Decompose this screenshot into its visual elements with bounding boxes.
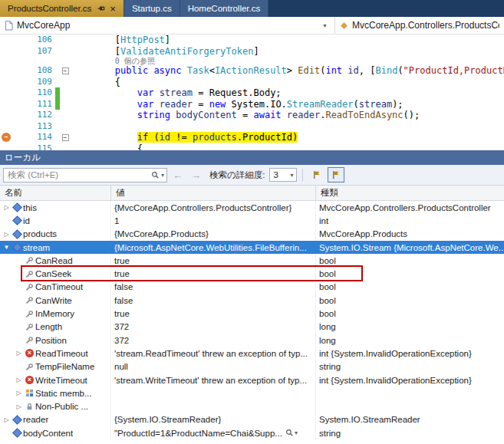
collapse-arrow-icon[interactable]: ▼ <box>2 244 12 251</box>
line-number: 115 <box>15 143 55 151</box>
field-icon <box>12 429 23 436</box>
column-header-type[interactable]: 種類 <box>316 186 504 200</box>
name-cell: InMemory <box>0 307 111 320</box>
expand-arrow-icon[interactable]: ▷ <box>2 204 12 211</box>
breakpoint-margin <box>0 121 15 133</box>
table-row[interactable]: bodyContent"ProductId=1&ProductName=Chai… <box>0 426 504 439</box>
table-row[interactable]: ▼stream{Microsoft.AspNetCore.WebUtilitie… <box>0 241 504 254</box>
locals-toolbar: ▾ ← → 検索の詳細度: 3 ▾ <box>0 165 504 186</box>
fold-margin <box>60 87 71 99</box>
value-cell <box>111 400 316 413</box>
next-result-icon[interactable]: → <box>188 169 204 181</box>
variable-name: Non-Public ... <box>35 402 88 411</box>
column-header-name[interactable]: 名前 <box>0 186 111 200</box>
type-cell: System.IO.Stream {Microsoft.AspNetCore.W… <box>316 241 504 254</box>
code-editor[interactable]: 106 [HttpPost]107 [ValidateAntiForgeryTo… <box>0 35 504 150</box>
tab-label: Startup.cs <box>132 4 172 13</box>
column-header-value[interactable]: 値 <box>111 186 316 200</box>
tab-label: ProductsController.cs <box>8 4 91 13</box>
value-cell: 372 <box>111 321 316 334</box>
breakpoint-margin <box>0 99 15 110</box>
table-row[interactable]: ▷Non-Public ... <box>0 400 504 413</box>
flag-button[interactable] <box>308 167 325 183</box>
table-row[interactable]: ▷this{MvcCoreApp.Controllers.ProductsCon… <box>0 201 504 214</box>
locals-rows: ▷this{MvcCoreApp.Controllers.ProductsCon… <box>0 201 504 444</box>
field-icon <box>12 231 23 238</box>
property-icon <box>24 256 35 265</box>
code-line: 111 var reader = new System.IO.StreamRea… <box>0 99 504 110</box>
table-row[interactable]: id1int <box>0 214 504 227</box>
name-cell: CanSeek <box>0 267 111 280</box>
value-cell: 'stream.WriteTimeout' threw an exception… <box>111 373 316 386</box>
previous-result-icon[interactable]: ← <box>170 169 186 181</box>
table-row[interactable]: ▷Static memb... <box>0 386 504 400</box>
search-dropdown-icon[interactable]: ▾ <box>161 172 164 179</box>
nonpublic-icon <box>24 403 35 411</box>
table-row[interactable]: TempFileNamenullstring <box>0 360 504 373</box>
variable-name: products <box>23 229 57 238</box>
expand-arrow-icon[interactable]: ▷ <box>2 416 12 423</box>
search-box[interactable]: ▾ <box>3 168 167 183</box>
expand-arrow-icon[interactable]: ▷ <box>14 377 24 383</box>
variable-name: Length <box>35 322 62 331</box>
code-line: 110 var stream = Request.Body; <box>0 87 504 99</box>
tab-homecontroller-cs[interactable]: HomeController.cs <box>180 0 269 17</box>
table-row[interactable]: CanTimeoutfalsebool <box>0 281 504 294</box>
expand-arrow-icon[interactable]: ▷ <box>14 350 24 357</box>
table-row[interactable]: Length372long <box>0 321 504 334</box>
property-icon <box>24 336 35 344</box>
fold-marker-icon[interactable]: − <box>60 65 71 77</box>
name-cell: ▷products <box>0 228 111 241</box>
tab-label: HomeController.cs <box>188 4 261 13</box>
table-row[interactable]: InMemorytruebool <box>0 307 504 320</box>
magnifier-icon[interactable] <box>285 429 294 437</box>
type-cell: string <box>316 360 504 373</box>
table-row[interactable]: ▷products{MvcCoreApp.Products}MvcCoreApp… <box>0 228 504 241</box>
close-icon[interactable]: × <box>110 4 116 14</box>
search-depth-select[interactable]: 3 ▾ <box>269 168 297 182</box>
table-row[interactable]: Position372long <box>0 334 504 347</box>
flag-toggled-button[interactable] <box>328 167 344 183</box>
search-input[interactable] <box>8 170 150 179</box>
vs-window: ProductsController.cs×Startup.csHomeCont… <box>0 0 504 444</box>
type-cell: int {System.InvalidOperationException} <box>316 347 504 360</box>
table-header: 名前値種類 <box>0 186 504 201</box>
expand-arrow-icon[interactable]: ▷ <box>2 231 12 238</box>
breakpoint-icon[interactable]: → <box>0 132 15 143</box>
type-cell: MvcCoreApp.Controllers.ProductsControlle… <box>316 201 504 214</box>
value-cell: {MvcCoreApp.Controllers.ProductsControll… <box>111 201 316 214</box>
pin-icon[interactable] <box>97 5 105 12</box>
table-row[interactable]: CanWritefalsebool <box>0 294 504 307</box>
tab-productscontroller-cs[interactable]: ProductsController.cs× <box>0 0 124 17</box>
value-cell: 1 <box>111 214 316 227</box>
project-dropdown[interactable]: MvcCoreApp ▼ <box>0 17 335 34</box>
error-icon <box>24 349 35 357</box>
code-text: [HttpPost] <box>71 35 170 46</box>
type-cell: bool <box>316 307 504 320</box>
name-cell: ▷ReadTimeout <box>0 347 111 360</box>
code-line: 113 <box>0 121 504 133</box>
property-icon <box>24 283 35 291</box>
field-icon <box>12 204 23 211</box>
code-text: 0 個の参照 <box>71 57 155 65</box>
breakpoint-margin <box>0 46 15 58</box>
expand-arrow-icon[interactable]: ▷ <box>14 390 24 396</box>
fold-margin <box>60 143 71 151</box>
table-row[interactable]: CanSeektruebool <box>0 267 504 280</box>
table-row[interactable]: ▷reader{System.IO.StreamReader}System.IO… <box>0 413 504 426</box>
table-row[interactable]: ▷WriteTimeout'stream.WriteTimeout' threw… <box>0 373 504 386</box>
code-line: 112 string bodyContent = await reader.Re… <box>0 110 504 121</box>
magnifier-dropdown-icon[interactable]: ▾ <box>295 429 298 436</box>
type-dropdown[interactable]: MvcCoreApp.Controllers.ProductsCont <box>335 17 504 34</box>
csharp-file-icon <box>5 21 13 31</box>
fold-marker-icon[interactable]: − <box>60 132 71 143</box>
search-icon[interactable] <box>151 171 160 179</box>
expand-arrow-icon[interactable]: ▷ <box>14 403 24 410</box>
tab-startup-cs[interactable]: Startup.cs <box>124 0 180 17</box>
line-number: 110 <box>15 87 55 99</box>
type-cell: int <box>316 214 504 227</box>
table-row[interactable]: ▷ReadTimeout'stream.ReadTimeout' threw a… <box>0 347 504 360</box>
fold-margin <box>60 99 71 110</box>
field-icon <box>12 244 23 251</box>
table-row[interactable]: CanReadtruebool <box>0 254 504 267</box>
